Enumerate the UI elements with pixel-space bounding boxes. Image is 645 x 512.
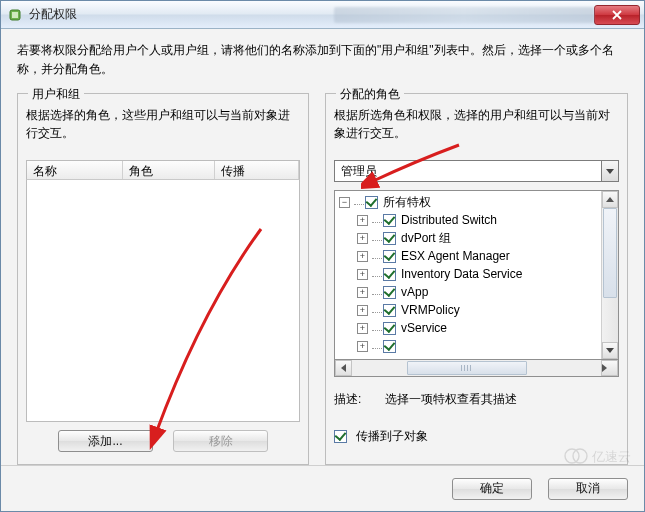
scroll-right-icon[interactable] [601,360,618,376]
columns: 用户和组 根据选择的角色，这些用户和组可以与当前对象进行交互。 名称 角色 传播… [17,93,628,465]
add-button[interactable]: 添加... [58,430,153,452]
close-button[interactable] [594,5,640,25]
col-propagate[interactable]: 传播 [215,161,299,179]
tree-hscroll[interactable] [334,360,619,377]
group-role: 分配的角色 根据所选角色和权限，选择的用户和组可以与当前对象进行交互。 − 所有… [325,93,628,465]
tree-item-label: VRMPolicy [401,303,460,317]
group-role-title: 分配的角色 [336,86,404,103]
watermark: 亿速云 [562,444,636,471]
checkbox[interactable] [383,250,396,263]
window-title: 分配权限 [29,6,294,23]
tree-item-label: ESX Agent Manager [401,249,510,263]
scroll-thumb[interactable] [407,361,527,375]
checkbox[interactable] [383,232,396,245]
propagate-label: 传播到子对象 [356,428,428,445]
checkbox[interactable] [383,268,396,281]
dialog-assign-permission: 分配权限 若要将权限分配给用户个人或用户组，请将他们的名称添加到下面的"用户和组… [0,0,645,512]
checkbox[interactable] [383,322,396,335]
dialog-footer: 确定 取消 [1,465,644,511]
checkbox[interactable] [383,340,396,353]
collapse-icon[interactable]: − [339,197,350,208]
cancel-button[interactable]: 取消 [548,478,628,500]
group-users: 用户和组 根据选择的角色，这些用户和组可以与当前对象进行交互。 名称 角色 传播… [17,93,309,465]
expand-icon[interactable]: + [357,251,368,262]
scroll-left-icon[interactable] [335,360,352,376]
checkbox[interactable] [383,304,396,317]
scroll-thumb[interactable] [603,208,617,298]
svg-point-3 [573,449,587,463]
user-list-buttons: 添加... 移除 [26,422,300,456]
tree-item-label: Inventory Data Service [401,267,522,281]
tree-item-partial[interactable]: + [337,337,599,355]
tree-item[interactable]: +dvPort 组 [337,229,599,247]
expand-icon[interactable]: + [357,287,368,298]
tree-item[interactable]: +ESX Agent Manager [337,247,599,265]
scroll-down-icon[interactable] [602,342,618,359]
expand-icon[interactable]: + [357,341,368,352]
svg-point-2 [565,449,579,463]
tree-item-label: vService [401,321,447,335]
privilege-description: 描述: 选择一项特权查看其描述 [334,391,619,408]
tree-item[interactable]: +vService [337,319,599,337]
expand-icon[interactable]: + [357,233,368,244]
propagate-row[interactable]: 传播到子对象 [334,428,619,445]
role-combobox-drop[interactable] [601,160,619,182]
propagate-checkbox[interactable] [334,430,347,443]
tree-item[interactable]: +Distributed Switch [337,211,599,229]
group-users-desc: 根据选择的角色，这些用户和组可以与当前对象进行交互。 [26,106,300,150]
tree-root[interactable]: − 所有特权 [337,193,599,211]
tree-item[interactable]: +Inventory Data Service [337,265,599,283]
desc-value: 选择一项特权查看其描述 [385,391,517,408]
svg-rect-1 [12,12,18,18]
svg-text:亿速云: 亿速云 [591,449,631,464]
checkbox[interactable] [365,196,378,209]
user-list[interactable] [26,180,300,422]
tree-root-label: 所有特权 [383,194,431,211]
checkbox[interactable] [383,214,396,227]
app-icon [7,7,23,23]
col-role[interactable]: 角色 [123,161,215,179]
expand-icon[interactable]: + [357,305,368,316]
expand-icon[interactable]: + [357,215,368,226]
titlebar-blur [334,7,594,23]
titlebar: 分配权限 [1,1,644,29]
tree-item-label: vApp [401,285,428,299]
dialog-body: 若要将权限分配给用户个人或用户组，请将他们的名称添加到下面的"用户和组"列表中。… [1,29,644,465]
user-list-header: 名称 角色 传播 [26,160,300,180]
group-users-title: 用户和组 [28,86,84,103]
expand-icon[interactable]: + [357,323,368,334]
expand-icon[interactable]: + [357,269,368,280]
tree-item-label: Distributed Switch [401,213,497,227]
scroll-track[interactable] [352,360,601,376]
checkbox[interactable] [383,286,396,299]
group-role-desc: 根据所选角色和权限，选择的用户和组可以与当前对象进行交互。 [334,106,619,150]
tree-item[interactable]: +vApp [337,283,599,301]
scroll-track[interactable] [602,208,618,342]
tree-vscroll[interactable] [601,191,618,359]
tree-item-label: dvPort 组 [401,230,451,247]
privilege-tree[interactable]: − 所有特权 +Distributed Switch +dvPort 组 +ES… [334,190,619,360]
role-combobox[interactable] [334,160,619,182]
desc-label: 描述: [334,391,361,408]
ok-button[interactable]: 确定 [452,478,532,500]
col-name[interactable]: 名称 [27,161,123,179]
tree-item[interactable]: +VRMPolicy [337,301,599,319]
scroll-up-icon[interactable] [602,191,618,208]
chevron-down-icon [606,169,614,174]
intro-text: 若要将权限分配给用户个人或用户组，请将他们的名称添加到下面的"用户和组"列表中。… [17,41,628,79]
role-combobox-input[interactable] [334,160,601,182]
remove-button: 移除 [173,430,268,452]
